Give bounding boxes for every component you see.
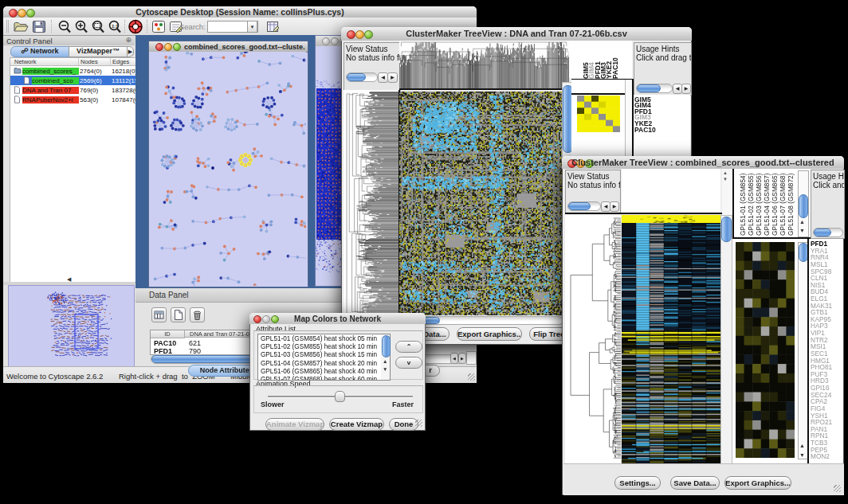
svg-text:1:1: 1:1 xyxy=(112,24,119,29)
